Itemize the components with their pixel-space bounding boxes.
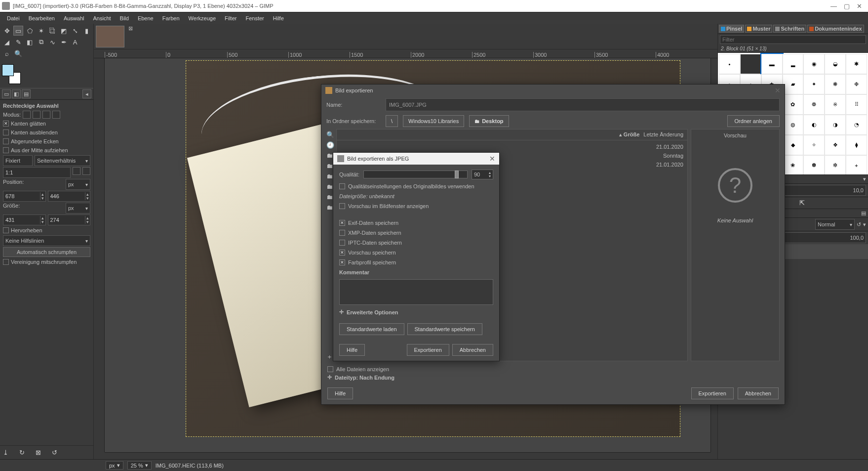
close-button[interactable]: ✕: [857, 2, 862, 10]
name-input[interactable]: [386, 98, 780, 111]
menu-ansicht[interactable]: Ansicht: [89, 14, 115, 22]
images-tab-icon[interactable]: ▤: [22, 89, 31, 98]
load-defaults-button[interactable]: Standardwerte laden: [339, 323, 404, 335]
col-size-sort[interactable]: ▴ Größe: [619, 131, 639, 138]
places-search-icon[interactable]: 🔍: [326, 131, 336, 138]
bucket-tool-icon[interactable]: ▮: [81, 26, 91, 36]
horizontal-scrollbar[interactable]: [105, 452, 710, 459]
places-recent-icon[interactable]: 🕘: [326, 141, 336, 149]
menu-ebene[interactable]: Ebene: [134, 14, 158, 22]
quality-slider[interactable]: [363, 171, 468, 178]
status-unit-combo[interactable]: px ▾: [106, 461, 123, 470]
auto-shrink-button[interactable]: Automatisch schrumpfen: [3, 247, 90, 257]
chevron-down-icon[interactable]: ▾: [863, 176, 866, 182]
clone-tool-icon[interactable]: ⧉: [36, 37, 46, 47]
ratio-landscape-icon[interactable]: [82, 167, 90, 175]
status-zoom-combo[interactable]: 25 % ▾: [127, 461, 152, 470]
picker-tool-icon[interactable]: ⌕: [2, 48, 12, 58]
mode-intersect-icon[interactable]: [52, 111, 60, 119]
delete-icon[interactable]: ⊠: [36, 449, 41, 456]
show-all-checkbox[interactable]: [327, 366, 333, 372]
menu-filter[interactable]: Filter: [221, 14, 240, 22]
menu-farben[interactable]: Farben: [158, 14, 184, 22]
color-swatch[interactable]: [2, 64, 26, 84]
save-exif-checkbox[interactable]: [339, 220, 345, 226]
file-type-expander[interactable]: ✛Dateityp: Nach Endung: [327, 374, 779, 381]
save-icon[interactable]: ⤓: [3, 449, 8, 456]
export-button[interactable]: Exportieren: [691, 387, 734, 399]
pos-x-input[interactable]: [3, 193, 40, 199]
blend-reset-icon[interactable]: ↺: [857, 221, 861, 228]
show-preview-checkbox[interactable]: [339, 203, 345, 209]
path-root-button[interactable]: \: [386, 115, 398, 127]
file-row[interactable]: 21.01.2020: [341, 142, 683, 151]
unit-combo[interactable]: px: [66, 179, 90, 190]
save-thumb-checkbox[interactable]: [339, 250, 345, 256]
feather-checkbox[interactable]: [3, 129, 9, 135]
restore-icon[interactable]: ↻: [19, 449, 25, 456]
tab-dokumentenindex[interactable]: Dokumentenindex: [807, 25, 864, 33]
nav-button-icon[interactable]: [710, 452, 717, 459]
cancel-button[interactable]: Abbrechen: [738, 387, 779, 399]
dock-menu-icon[interactable]: ◂: [82, 89, 91, 98]
save-xmp-checkbox[interactable]: [339, 230, 345, 236]
move-tool-icon[interactable]: ✥: [2, 26, 12, 36]
ratio-input[interactable]: [3, 170, 70, 175]
image-tab[interactable]: ⊠: [96, 26, 124, 47]
tab-muster[interactable]: Muster: [745, 25, 772, 33]
menu-auswahl[interactable]: Auswahl: [60, 14, 88, 22]
close-tab-icon[interactable]: ⊠: [128, 25, 133, 32]
ratio-swap-icon[interactable]: [73, 167, 80, 175]
free-select-tool-icon[interactable]: ⬠: [25, 26, 35, 36]
comment-textarea[interactable]: [339, 279, 493, 305]
highlight-checkbox[interactable]: [3, 227, 9, 233]
pencil-tool-icon[interactable]: ✎: [13, 37, 23, 47]
blend-menu-icon[interactable]: ▾: [863, 221, 866, 228]
save-iptc-checkbox[interactable]: [339, 240, 345, 246]
path-libraries-button[interactable]: Windows10 Libraries: [403, 115, 464, 127]
refresh-brush-icon[interactable]: ⇱: [799, 199, 805, 207]
tool-options-tab-icon[interactable]: ▭: [2, 89, 11, 98]
jpeg-cancel-button[interactable]: Abbrechen: [452, 344, 493, 356]
minimize-button[interactable]: —: [830, 2, 837, 10]
fg-color[interactable]: [2, 64, 14, 76]
menu-werkzeuge[interactable]: Werkzeuge: [185, 14, 220, 22]
export-dialog-close-icon[interactable]: ✕: [775, 86, 781, 94]
reset-icon[interactable]: ↺: [52, 449, 57, 456]
tab-schriften[interactable]: Schriften: [773, 25, 806, 33]
warp-tool-icon[interactable]: ⤡: [70, 26, 80, 36]
blend-mode-combo[interactable]: Normal: [815, 219, 855, 230]
maximize-button[interactable]: ▢: [844, 2, 850, 10]
filter-input[interactable]: [720, 35, 866, 44]
mode-replace-icon[interactable]: [23, 111, 31, 119]
help-button[interactable]: Hilfe: [327, 387, 353, 399]
menu-datei[interactable]: Datei: [3, 14, 24, 22]
zoom-tool-icon[interactable]: 🔍: [13, 48, 23, 58]
quality-value-input[interactable]: 90▴▾: [472, 170, 493, 179]
fuzzy-select-tool-icon[interactable]: ✶: [36, 26, 46, 36]
path-tool-icon[interactable]: ✒: [59, 37, 69, 47]
menu-bearbeiten[interactable]: Bearbeiten: [25, 14, 59, 22]
text-tool-icon[interactable]: A: [70, 37, 80, 47]
crop-tool-icon[interactable]: ⿻: [47, 26, 57, 36]
use-original-checkbox[interactable]: [339, 183, 345, 189]
slider-thumb[interactable]: [455, 171, 459, 178]
mode-subtract-icon[interactable]: [42, 111, 50, 119]
smudge-tool-icon[interactable]: ∿: [47, 37, 57, 47]
fixed-type-combo[interactable]: Seitenverhältnis: [35, 155, 90, 166]
jpeg-dialog-close-icon[interactable]: ✕: [489, 155, 495, 163]
gradient-tool-icon[interactable]: ◢: [2, 37, 12, 47]
save-defaults-button[interactable]: Standardwerte speichern: [407, 323, 482, 335]
size-unit-combo[interactable]: px: [66, 203, 90, 214]
mode-add-icon[interactable]: [33, 111, 40, 119]
antialias-checkbox[interactable]: [3, 121, 9, 127]
from-center-checkbox[interactable]: [3, 147, 9, 153]
rect-select-tool-icon[interactable]: ▭: [13, 26, 23, 36]
guides-combo[interactable]: Keine Hilfslinien: [3, 235, 90, 246]
transform-tool-icon[interactable]: ◩: [59, 26, 69, 36]
merge-shrink-checkbox[interactable]: [3, 259, 9, 265]
menu-hilfe[interactable]: Hilfe: [269, 14, 288, 22]
tab-pinsel[interactable]: Pinsel: [719, 25, 744, 33]
path-desktop-button[interactable]: 🖿Desktop: [469, 115, 509, 127]
mode-menu-icon[interactable]: ▤: [861, 210, 866, 216]
